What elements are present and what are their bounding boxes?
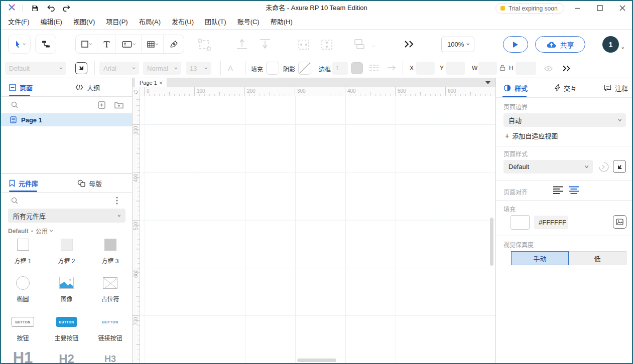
align-page-center-button[interactable] [568, 186, 579, 197]
tab-list-dropdown-icon[interactable] [485, 81, 490, 84]
preview-button[interactable] [503, 36, 528, 53]
fidelity-manual-button[interactable]: 手动 [511, 251, 569, 265]
design-canvas[interactable] [141, 96, 495, 364]
widget-h3[interactable]: H3 [88, 349, 132, 364]
widget-primary-button[interactable]: BUTTON 主要按钮 [45, 314, 88, 342]
table-tool-button[interactable]: ˅ [142, 35, 164, 53]
border-color-swatch[interactable] [351, 62, 363, 74]
font-color-button[interactable]: A [228, 64, 233, 72]
save-button[interactable] [30, 3, 39, 14]
stylebar-more-button[interactable] [562, 65, 571, 74]
chevron-down-icon: ˅ [89, 42, 92, 47]
shadow-swatch[interactable] [298, 62, 311, 75]
tab-pages[interactable]: 页面 [9, 78, 33, 96]
widget-image[interactable]: 图像 [45, 275, 88, 303]
fidelity-low-button[interactable]: 低 [569, 251, 626, 265]
widget-placeholder[interactable]: 占位符 [88, 275, 132, 303]
page-bounds-select[interactable]: 自动 ˅ [503, 113, 626, 127]
cursor-icon [78, 65, 84, 71]
ruler-number: 700 [133, 317, 140, 335]
widget-box1[interactable]: 方框 1 [1, 237, 45, 265]
toolbar-more-button[interactable] [404, 40, 415, 50]
menu-publish[interactable]: 发布(U) [168, 15, 197, 29]
menu-team[interactable]: 团队(T) [201, 15, 230, 29]
fill-color-swatch[interactable] [511, 215, 530, 230]
y-field[interactable] [446, 62, 465, 75]
h-field[interactable] [516, 62, 536, 75]
canvas-tab-page1[interactable]: Page 1 ✕ [134, 78, 167, 87]
tab-style[interactable]: 样式 [503, 79, 528, 97]
font-family-select[interactable]: Arial ˅ [99, 62, 139, 75]
tab-masters[interactable]: 母版 [77, 174, 102, 192]
border-width-field[interactable]: 1 [332, 62, 348, 75]
trial-badge[interactable]: Trial expiring soon [495, 3, 564, 14]
menu-help[interactable]: 帮助(H) [267, 15, 296, 29]
select-tool-button[interactable]: ˅ [8, 35, 31, 54]
widget-style-select[interactable]: Default ˅ [5, 62, 66, 75]
page-tree-item[interactable]: Page 1 [1, 113, 132, 126]
page-style-select[interactable]: Default ˅ [503, 160, 593, 173]
close-icon[interactable]: ✕ [159, 80, 163, 86]
main-toolbar: ˅ ˅ [1, 30, 632, 58]
chevron-down-icon[interactable]: ˅ [621, 46, 624, 51]
redo-button[interactable] [62, 3, 71, 14]
library-group-header[interactable]: Default • 公用 ˅ [8, 227, 53, 235]
widget-ellipse[interactable]: 椭圆 [1, 275, 45, 303]
horizontal-scrollbar[interactable] [297, 358, 336, 362]
menu-edit[interactable]: 编辑(E) [37, 15, 66, 29]
widget-button[interactable]: BUTTON 按钮 [1, 314, 45, 342]
search-icon[interactable] [11, 101, 18, 110]
kebab-menu-icon[interactable] [116, 197, 118, 207]
style-picker-button[interactable] [75, 62, 87, 74]
font-size-select[interactable]: 13 ˅ [186, 62, 211, 75]
undo-button[interactable] [46, 3, 55, 14]
widget-h1[interactable]: H1 [1, 349, 45, 364]
menu-view[interactable]: 视图(V) [70, 15, 98, 29]
tab-pages-label: 页面 [20, 83, 33, 92]
zoom-select[interactable]: 100% ˅ [441, 37, 474, 52]
minimize-button[interactable] [567, 1, 587, 15]
pen-tool-button[interactable] [164, 35, 184, 53]
menu-file[interactable]: 文件(F) [5, 15, 33, 29]
tab-outline[interactable]: 大纲 [75, 78, 100, 96]
fill-image-button[interactable] [613, 215, 626, 229]
page-style-value: Default [509, 163, 529, 170]
w-field[interactable] [478, 62, 497, 75]
add-folder-button[interactable] [114, 101, 123, 111]
tab-widget-library[interactable]: 元件库 [9, 174, 38, 192]
align-page-left-button[interactable] [553, 186, 564, 197]
cursor-icon [14, 40, 22, 48]
rectangle-tool-button[interactable]: ˅ [76, 35, 97, 53]
share-button[interactable]: 共享 [535, 36, 585, 53]
vertical-scrollbar[interactable] [490, 218, 493, 266]
edit-style-button[interactable] [613, 160, 626, 173]
eye-icon [544, 65, 553, 74]
textfield-tool-button[interactable]: ˅ [116, 35, 142, 53]
menu-project[interactable]: 项目(P) [102, 15, 131, 29]
widget-link-button[interactable]: BUTTON 链接按钮 [88, 314, 132, 342]
library-select[interactable]: 所有元件库 ˅ [8, 209, 125, 223]
fill-hex-field[interactable]: #FFFFFF [534, 216, 568, 229]
x-field[interactable] [416, 62, 435, 75]
add-page-button[interactable] [98, 101, 105, 111]
close-button[interactable] [612, 1, 632, 15]
tab-notes[interactable]: 注释 [604, 79, 628, 97]
search-icon[interactable] [11, 197, 18, 206]
ruler-origin-button[interactable] [133, 87, 140, 96]
lock-ratio-icon[interactable] [499, 64, 505, 73]
add-adaptive-view-button[interactable]: + 添加自适应视图 [505, 131, 558, 140]
menu-account[interactable]: 账号(C) [234, 15, 263, 29]
fill-swatch[interactable] [266, 62, 279, 75]
menu-arrange[interactable]: 布局(A) [136, 15, 164, 29]
avatar[interactable]: 1 [602, 36, 619, 53]
connector-tool-button[interactable] [35, 35, 56, 54]
primary-button-preview: BUTTON [56, 317, 77, 327]
widget-box2[interactable]: 方框 2 [45, 237, 88, 265]
tab-interaction[interactable]: 交互 [555, 79, 577, 97]
widget-box3[interactable]: 方框 3 [88, 237, 132, 265]
font-weight-select[interactable]: Normal ˅ [143, 62, 181, 75]
text-tool-button[interactable] [97, 35, 116, 53]
cloud-upload-icon [547, 41, 556, 48]
widget-h2[interactable]: H2 [45, 349, 88, 364]
maximize-button[interactable] [590, 1, 610, 15]
